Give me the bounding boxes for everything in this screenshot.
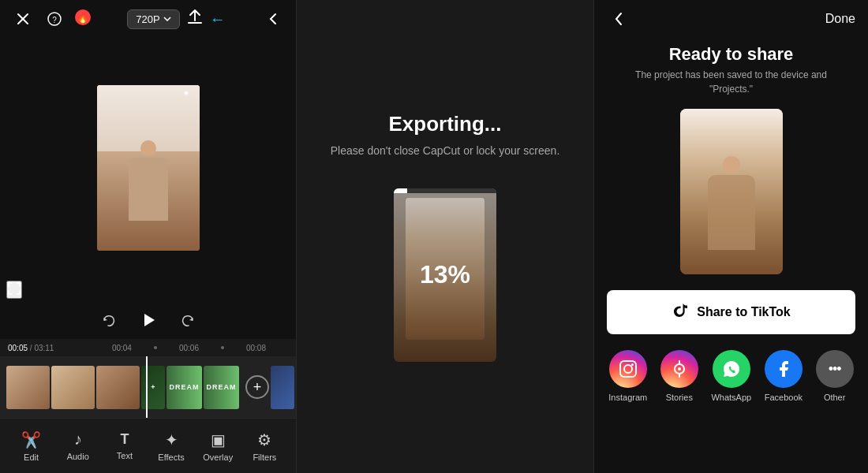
exporting-subtitle: Please don't close CapCut or lock your s… (331, 144, 560, 157)
expand-button[interactable] (6, 281, 22, 299)
top-bar-left: ? 🔥 (11, 7, 92, 31)
tiktok-share-button[interactable]: Share to TikTok (607, 290, 855, 334)
clip-1[interactable] (6, 366, 50, 409)
arrow-indicator: ← (210, 10, 226, 28)
bottom-toolbar: ✂️ Edit ♪ Audio T Text ✦ Effects ▣ Overl… (0, 418, 296, 473)
app-logo: 🔥 (74, 9, 92, 29)
effects-icon: ✦ (165, 430, 178, 449)
share-subtitle: The project has been saved to the device… (594, 68, 868, 109)
whatsapp-share-button[interactable]: WhatsApp (711, 350, 751, 402)
right-top-bar: Done (594, 0, 868, 38)
overlay-tool-button[interactable]: ▣ Overlay (200, 430, 236, 462)
timeline-ruler: 00:05 / 03:11 00:04 00:06 00:08 (0, 339, 296, 356)
instagram-icon (609, 350, 647, 388)
playhead (146, 356, 148, 418)
svg-marker-6 (144, 314, 155, 326)
svg-text:🔥: 🔥 (77, 13, 88, 24)
clip-dream-2[interactable]: DREAM (204, 366, 239, 409)
left-panel: ? 🔥 720P ← (0, 0, 296, 473)
exporting-title: Exporting... (389, 112, 502, 136)
quality-button[interactable]: 720P (127, 9, 179, 29)
stories-icon (660, 350, 698, 388)
redo-button[interactable] (181, 314, 195, 331)
audio-icon: ♪ (74, 430, 82, 449)
close-button[interactable] (11, 7, 35, 31)
stories-share-button[interactable]: Stories (660, 350, 698, 402)
facebook-icon (765, 350, 803, 388)
text-icon: T (120, 431, 129, 448)
whatsapp-icon (713, 350, 750, 388)
right-back-button[interactable] (607, 7, 630, 31)
current-time: 00:05 / 03:11 (8, 344, 54, 352)
other-icon: ••• (816, 350, 854, 388)
back-nav-button[interactable] (261, 7, 285, 31)
time-marker-2: 00:06 (179, 344, 199, 352)
tiktok-icon (672, 301, 689, 323)
time-marker-1: 00:04 (112, 344, 132, 352)
preview-area (0, 38, 296, 305)
export-progress-bar (394, 188, 496, 193)
clip-dream-1[interactable]: DREAM (166, 366, 202, 409)
clip-3[interactable] (96, 366, 140, 409)
svg-point-9 (631, 363, 634, 366)
time-marker-3: 00:08 (246, 344, 266, 352)
upload-button[interactable] (186, 9, 204, 30)
undo-button[interactable] (102, 314, 116, 331)
video-thumb-inner (97, 85, 200, 251)
svg-text:?: ? (52, 16, 57, 24)
svg-point-11 (678, 367, 681, 371)
filters-tool-button[interactable]: ⚙ Filters (247, 430, 282, 462)
share-video-preview[interactable]: ▶ (680, 109, 783, 274)
export-preview: 13% (394, 188, 496, 362)
video-thumbnail (97, 85, 200, 251)
text-tool-button[interactable]: T Text (107, 431, 142, 460)
clip-2[interactable] (51, 366, 95, 409)
other-share-button[interactable]: ••• Other (816, 350, 854, 402)
edit-tool-button[interactable]: ✂️ Edit (13, 430, 49, 462)
done-button[interactable]: Done (825, 12, 855, 26)
effects-tool-button[interactable]: ✦ Effects (154, 430, 189, 462)
middle-panel: Exporting... Please don't close CapCut o… (296, 0, 594, 473)
facebook-share-button[interactable]: Facebook (765, 350, 803, 402)
export-progress-fill (394, 188, 407, 193)
scissors-icon: ✂️ (21, 430, 41, 449)
right-panel: Done Ready to share The project has been… (594, 0, 868, 473)
top-bar: ? 🔥 720P ← (0, 0, 296, 38)
track-clips: + DREAM DREAM + (6, 363, 294, 411)
instagram-share-button[interactable]: Instagram (608, 350, 647, 402)
top-bar-center: 720P ← (127, 9, 225, 30)
filters-icon: ⚙ (257, 430, 271, 449)
timeline-track: + DREAM DREAM + (0, 356, 296, 418)
help-button[interactable]: ? (43, 7, 66, 31)
playback-controls (0, 305, 296, 339)
social-row: Instagram Stories WhatsApp (594, 350, 868, 402)
add-clip-button[interactable]: + (245, 375, 269, 399)
play-button[interactable] (140, 311, 157, 333)
svg-rect-7 (620, 361, 636, 377)
audio-tool-button[interactable]: ♪ Audio (60, 430, 95, 461)
export-percent: 13% (420, 260, 470, 289)
top-bar-right (261, 7, 285, 31)
overlay-icon: ▣ (211, 430, 226, 449)
svg-point-8 (624, 365, 632, 373)
share-title: Ready to share (594, 38, 868, 68)
